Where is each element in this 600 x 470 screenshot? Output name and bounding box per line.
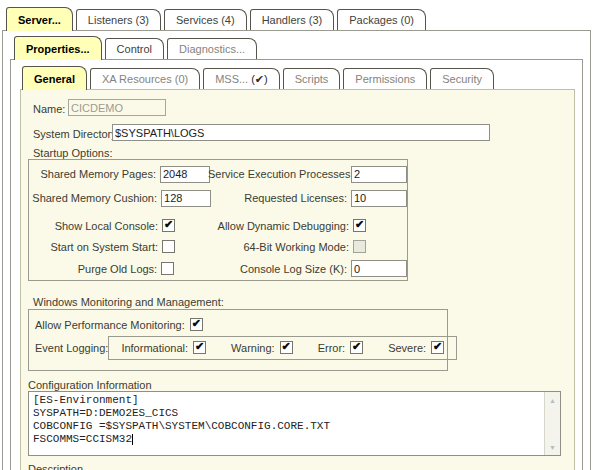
check-icon: ✔	[195, 341, 204, 352]
check-icon: ✔	[433, 341, 442, 352]
warning-checkbox[interactable]: ✔	[280, 341, 293, 354]
console-log-size-input[interactable]	[351, 260, 407, 277]
tab-packages[interactable]: Packages (0)	[337, 9, 426, 30]
name-label: Name:	[33, 103, 65, 115]
text-caret	[132, 434, 133, 445]
check-icon: ✔	[164, 219, 173, 230]
tab-handlers[interactable]: Handlers (3)	[250, 9, 335, 30]
show-local-console-checkbox[interactable]: ✔	[162, 219, 175, 232]
system-directory-input[interactable]	[112, 124, 490, 141]
configuration-text[interactable]: [ES-Environment] SYSPATH=D:DEMO2ES_CICS …	[29, 392, 544, 455]
event-logging-group: Informational: ✔ Warning: ✔ Error: ✔ Sev…	[108, 336, 457, 360]
allow-dynamic-debugging-label: Allow Dynamic Debugging:	[210, 220, 349, 232]
configuration-information-label: Configuration Information	[28, 379, 152, 391]
description-label: Description	[28, 463, 83, 470]
tab-mss[interactable]: MSS... (✔)	[203, 68, 280, 89]
tab-services[interactable]: Services (4)	[164, 9, 247, 30]
tab-scripts[interactable]: Scripts	[283, 68, 341, 89]
start-on-system-start-label: Start on System Start:	[29, 241, 158, 253]
shared-memory-pages-label: Shared Memory Pages:	[29, 168, 156, 180]
service-execution-processes-label: Service Execution Processes:	[208, 168, 347, 180]
scroll-up-icon[interactable]: ▲	[545, 393, 560, 407]
service-execution-processes-input[interactable]	[351, 166, 407, 183]
shared-memory-cushion-input[interactable]	[161, 190, 211, 207]
allow-dynamic-debugging-checkbox[interactable]: ✔	[353, 219, 366, 232]
startup-options-label: Startup Options:	[33, 147, 113, 159]
tab-server[interactable]: Server...	[6, 7, 73, 31]
64bit-working-mode-checkbox	[353, 240, 366, 253]
monitoring-group: Allow Performance Monitoring: ✔ Event Lo…	[28, 309, 448, 371]
show-local-console-label: Show Local Console:	[29, 220, 158, 232]
shared-memory-cushion-label: Shared Memory Cushion:	[29, 192, 157, 204]
error-label: Error:	[318, 342, 346, 354]
check-icon: ✔	[355, 219, 364, 230]
tab-mss-label: MSS...	[215, 73, 248, 85]
event-logging-label: Event Logging:	[35, 342, 108, 354]
allow-performance-monitoring-checkbox[interactable]: ✔	[190, 318, 203, 331]
configuration-information-editor: [ES-Environment] SYSPATH=D:DEMO2ES_CICS …	[28, 391, 561, 456]
configuration-text-content: [ES-Environment] SYSPATH=D:DEMO2ES_CICS …	[33, 394, 330, 445]
properties-level-tab-bar: Properties... Control Diagnostics...	[14, 37, 260, 60]
informational-checkbox[interactable]: ✔	[193, 341, 206, 354]
general-level-tab-bar: General XA Resources (0) MSS... (✔) Scri…	[22, 67, 497, 90]
tab-diagnostics[interactable]: Diagnostics...	[167, 38, 257, 59]
tab-listeners[interactable]: Listeners (3)	[76, 9, 161, 30]
windows-monitoring-label: Windows Monitoring and Management:	[33, 296, 224, 308]
tab-control[interactable]: Control	[105, 38, 164, 59]
shared-memory-pages-input[interactable]	[160, 166, 210, 183]
scrollbar[interactable]: ▲ ▼	[544, 392, 560, 455]
check-icon: ✔	[352, 341, 361, 352]
64bit-working-mode-label: 64-Bit Working Mode:	[210, 241, 349, 253]
tab-general[interactable]: General	[22, 66, 87, 90]
name-input[interactable]	[68, 99, 166, 116]
tab-properties[interactable]: Properties...	[14, 36, 102, 60]
purge-old-logs-label: Purge Old Logs:	[29, 263, 157, 275]
mss-check-icon: (✔)	[251, 73, 268, 86]
start-on-system-start-checkbox[interactable]	[162, 240, 175, 253]
severe-label: Severe:	[388, 342, 426, 354]
server-level-tab-bar: Server... Listeners (3) Services (4) Han…	[6, 8, 429, 31]
allow-performance-monitoring-label: Allow Performance Monitoring:	[35, 319, 185, 331]
console-log-size-label: Console Log Size (K):	[209, 263, 347, 275]
check-icon: ✔	[282, 341, 291, 352]
error-checkbox[interactable]: ✔	[350, 341, 363, 354]
purge-old-logs-checkbox[interactable]	[161, 262, 174, 275]
tab-security[interactable]: Security	[430, 68, 494, 89]
check-icon: ✔	[192, 318, 201, 329]
severe-checkbox[interactable]: ✔	[431, 341, 444, 354]
tab-permissions[interactable]: Permissions	[343, 68, 427, 89]
requested-licenses-input[interactable]	[351, 190, 407, 207]
warning-label: Warning:	[231, 342, 275, 354]
system-directory-label: System Directory:	[33, 128, 120, 140]
scroll-down-icon[interactable]: ▼	[545, 440, 560, 454]
informational-label: Informational:	[121, 342, 188, 354]
startup-options-group: Shared Memory Pages: Service Execution P…	[28, 159, 408, 281]
tab-xa-resources[interactable]: XA Resources (0)	[90, 68, 200, 89]
requested-licenses-label: Requested Licenses:	[209, 192, 347, 204]
